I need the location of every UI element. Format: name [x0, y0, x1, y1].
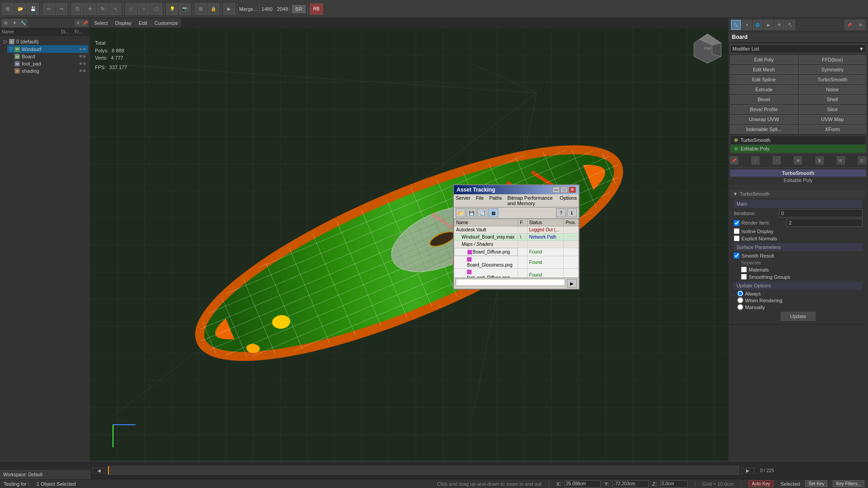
isoline-checkbox[interactable]	[734, 228, 740, 234]
render-icon[interactable]: ▶	[223, 3, 235, 15]
main-section-title[interactable]: Main	[734, 200, 863, 208]
menu-file[interactable]: File	[476, 195, 484, 206]
extrude-btn[interactable]: Extrude	[730, 85, 798, 94]
move-icon[interactable]: ✛	[84, 3, 96, 15]
asset-tb-help[interactable]: ?	[556, 208, 566, 217]
set-key-button[interactable]: Set Key	[805, 480, 827, 487]
symmetry-btn[interactable]: Symmetry	[799, 65, 867, 74]
menu-edit[interactable]: Edit	[139, 20, 147, 26]
menu-server[interactable]: Server	[456, 195, 470, 206]
align-icon[interactable]: ⊞	[195, 3, 207, 15]
display-icon[interactable]: 👁	[10, 19, 19, 27]
rotate-icon[interactable]: ↻	[97, 3, 108, 15]
close-button[interactable]: ✕	[569, 187, 576, 193]
update-options-title[interactable]: Update Options	[734, 282, 863, 290]
render-iters-checkbox[interactable]	[734, 220, 740, 226]
stack-turbosmooth[interactable]: TurboSmooth	[731, 136, 866, 145]
rpanel-extra1[interactable]: 📌	[844, 20, 854, 30]
auto-key-button[interactable]: Auto Key	[749, 480, 774, 487]
menu-options[interactable]: Options	[560, 195, 577, 206]
asset-row-vault[interactable]: Autodesk Vault Logged Out (...	[454, 226, 579, 234]
tree-item-shading[interactable]: S shading 👁 ❄	[13, 67, 88, 75]
menu-select[interactable]: Select	[94, 20, 108, 26]
asset-path-input[interactable]	[456, 279, 565, 286]
maximize-button[interactable]: □	[561, 187, 568, 193]
bevel-btn[interactable]: Bevel	[730, 95, 798, 104]
undo-icon[interactable]: ↩	[43, 3, 55, 15]
smooth-result-checkbox[interactable]	[734, 253, 740, 258]
asset-row-board-glossiness[interactable]: Board_Glossiness.png Found	[454, 256, 579, 269]
uvw-map-btn[interactable]: UVW Map	[799, 115, 867, 124]
xform-btn[interactable]: XForm	[799, 125, 867, 134]
asset-tb-btn4[interactable]: ▦	[488, 208, 498, 217]
scene-icon[interactable]: ⊞	[2, 19, 10, 27]
turbosmooth-title[interactable]: ▼ TurboSmooth	[730, 190, 866, 198]
menu-customize[interactable]: Customize	[155, 20, 178, 26]
turbosmooth-btn[interactable]: TurboSmooth	[799, 75, 867, 84]
tree-item-layer0[interactable]: ▷ L 0 (default)	[2, 38, 88, 45]
motion-tab-icon[interactable]: ▶	[764, 20, 774, 30]
timeline-prev[interactable]: ◀	[92, 468, 106, 474]
menu-bitmap-perf[interactable]: Bitmap Performance and Memory	[507, 195, 554, 206]
tree-item-board[interactable]: M Board 👁 ❄	[13, 53, 88, 60]
iterations-input[interactable]	[779, 209, 863, 217]
minimize-button[interactable]: —	[552, 187, 560, 193]
instance-icon[interactable]: ⊡	[858, 156, 866, 164]
redo-icon[interactable]: ↪	[56, 3, 67, 15]
tree-item-windsurf[interactable]: ▽ W Windsurf 👁 ❄	[7, 45, 88, 53]
display-tab-icon[interactable]: 👁	[774, 20, 784, 30]
asset-tb-info[interactable]: ℹ	[567, 208, 577, 217]
snap-icon[interactable]: 🔒	[208, 3, 219, 15]
nav-cube[interactable]: TOP	[689, 29, 726, 66]
materials-checkbox[interactable]	[741, 267, 747, 272]
always-radio[interactable]	[737, 291, 743, 296]
asset-tb-btn2[interactable]: 💾	[467, 208, 476, 217]
asset-tb-btn1[interactable]: 📂	[456, 208, 466, 217]
pin-panel-icon[interactable]: 📌	[82, 20, 88, 26]
timeline-next[interactable]: ▶	[741, 468, 755, 474]
x-coord-input[interactable]	[565, 480, 601, 488]
pin-stack-icon[interactable]: 📌	[730, 156, 738, 164]
edit-poly-btn[interactable]: Edit Poly	[730, 55, 798, 64]
camera-icon[interactable]: 📷	[179, 3, 191, 15]
close-panel-icon[interactable]: ✕	[75, 20, 81, 26]
shell-btn[interactable]: Shell	[799, 95, 867, 104]
stack-editable-poly[interactable]: Editable Poly	[731, 145, 866, 153]
hierarchy-tab-icon[interactable]: 🌐	[753, 20, 763, 30]
edit-mesh-btn[interactable]: Edit Mesh	[730, 65, 798, 74]
box-icon[interactable]: □	[125, 3, 137, 15]
modify-tab-icon[interactable]: 🔧	[731, 20, 741, 30]
explicit-normals-checkbox[interactable]	[734, 235, 740, 241]
asset-scroll-right[interactable]: ▶	[567, 279, 577, 288]
asset-row-board-diffuse[interactable]: Board_Diffuse.png Found	[454, 248, 579, 256]
create-tab-icon[interactable]: ✦	[742, 20, 752, 30]
slice-btn[interactable]: Slice	[799, 105, 867, 114]
filter-icon[interactable]: 🔧	[19, 19, 27, 27]
utilities-tab-icon[interactable]: 🔨	[785, 20, 795, 30]
select-icon[interactable]: ⊡	[71, 3, 83, 15]
asset-tb-btn3[interactable]: 🔄	[477, 208, 487, 217]
stack-down-icon[interactable]: ↓	[751, 156, 760, 164]
indeable-spline-btn[interactable]: Indenable Spli...	[730, 125, 798, 134]
noise-btn[interactable]: Noise	[799, 85, 867, 94]
make-unique-icon[interactable]: ⊞	[794, 156, 802, 164]
collapse-icon[interactable]: ⊟	[837, 156, 845, 164]
surface-params-title[interactable]: Surface Parameters	[734, 243, 863, 251]
rb-icon[interactable]: RB	[310, 3, 323, 15]
bevel-profile-btn[interactable]: Bevel Profile	[730, 105, 798, 114]
unwrap-uvw-btn[interactable]: Unwrap UVW	[730, 115, 798, 124]
asset-row-maps[interactable]: Maps / Shaders	[454, 241, 579, 248]
smoothing-groups-checkbox[interactable]	[741, 274, 747, 280]
save-icon[interactable]: 💾	[27, 3, 39, 15]
y-coord-input[interactable]	[613, 480, 649, 488]
z-coord-input[interactable]	[660, 480, 688, 488]
lights-icon[interactable]: 💡	[166, 3, 178, 15]
remove-modifier-icon[interactable]: 🗑	[816, 156, 824, 164]
manually-radio[interactable]	[737, 304, 743, 310]
rpanel-extra2[interactable]: ⚙	[855, 20, 865, 30]
modifier-list-dropdown[interactable]: Modifier List ▼	[730, 44, 866, 53]
tree-item-footpad[interactable]: M foot_pad 👁 ❄	[13, 60, 88, 67]
cylinder-icon[interactable]: ⬡	[151, 3, 162, 15]
key-filters-button[interactable]: Key Filters...	[833, 480, 864, 487]
timeline-track[interactable]	[108, 466, 739, 475]
